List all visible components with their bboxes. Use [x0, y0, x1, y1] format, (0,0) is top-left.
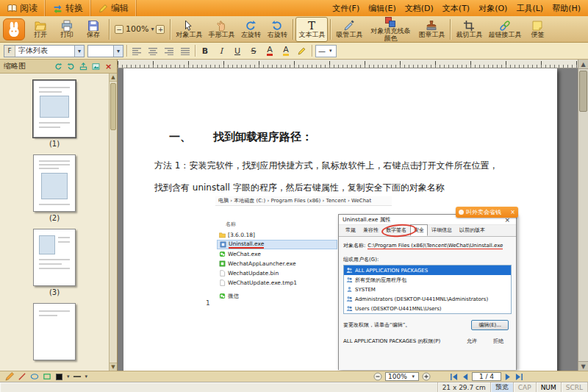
first-page-icon[interactable] — [450, 373, 458, 381]
tab-edit[interactable]: 编辑 — [91, 0, 137, 16]
thumbnail-page-1[interactable] — [33, 80, 76, 138]
stroke-color-caret-icon[interactable]: ▾ — [65, 374, 71, 379]
line-width-icon — [73, 372, 82, 381]
menu-object[interactable]: 对象(O) — [474, 3, 512, 14]
menu-file[interactable]: 文件(F) — [328, 3, 364, 14]
eyedropper-tool-button[interactable]: 吸管工具 — [333, 17, 365, 42]
page-number-box[interactable]: 1 / 4 — [472, 372, 501, 381]
save-button[interactable]: 保存 — [80, 17, 107, 42]
print-button[interactable]: 打印 — [54, 17, 80, 42]
thumb-export-icon[interactable] — [79, 62, 88, 71]
menu-text[interactable]: 文本(T) — [438, 3, 474, 14]
menu-help[interactable]: 帮助(H) — [548, 3, 585, 14]
open-button[interactable]: 打开 — [27, 17, 54, 42]
draw-line-button[interactable] — [15, 372, 28, 382]
thumb-rotate-right-icon[interactable] — [66, 62, 76, 71]
draw-pencil-button[interactable] — [3, 372, 15, 382]
doc-heading-number: 一、 — [169, 130, 191, 143]
file-row-folder: [3.6.0.18] — [217, 230, 337, 240]
text-tool-button[interactable]: T 文本工具 — [295, 17, 328, 42]
last-page-icon[interactable] — [515, 373, 523, 381]
stroke-color-button[interactable] — [53, 372, 65, 382]
align-center-button[interactable] — [146, 45, 159, 57]
bottom-zoom-select[interactable]: 100%▾ — [385, 372, 419, 381]
underline-button[interactable]: U — [231, 45, 244, 57]
hand-tool-button[interactable]: 手形工具 — [205, 17, 237, 42]
thumbnail-scrollbar[interactable]: ▲ ▼ — [109, 74, 117, 371]
horizontal-ruler — [118, 60, 578, 68]
thumbnail-label-1: (1) — [49, 140, 60, 148]
stamp-tool-button[interactable]: 图章工具 — [415, 17, 448, 42]
align-justify-button[interactable] — [179, 45, 192, 57]
thumb-rotate-left-icon[interactable] — [54, 62, 63, 71]
preview-mode-indicator[interactable]: 预览 — [491, 382, 514, 392]
align-right-button[interactable] — [162, 45, 176, 57]
hyperlink-tool-button[interactable]: 超链接工具 — [485, 17, 524, 42]
italic-button[interactable]: I — [215, 45, 228, 57]
panel-close-icon[interactable]: × — [104, 62, 113, 71]
note-tool-button[interactable]: 便签 — [524, 17, 551, 42]
scroll-down-icon[interactable]: ▼ — [578, 361, 588, 371]
thumb-scroll-thumb[interactable] — [110, 83, 116, 130]
file-icon — [219, 270, 226, 277]
line-style-select[interactable]: — ▾ — [315, 45, 337, 57]
thumbnail-page-4[interactable] — [33, 303, 76, 360]
line-width-caret-icon[interactable]: ▾ — [84, 374, 90, 379]
rotate-right-button[interactable]: 右旋转 — [264, 17, 290, 42]
file-row-weixin: 微信 — [217, 291, 337, 301]
fill-stroke-color-button[interactable]: 对象填充线条颜色 — [365, 17, 415, 42]
font-size-caret-icon[interactable]: ▾ — [113, 46, 123, 57]
rotate-left-button[interactable]: 左旋转 — [237, 17, 264, 42]
highlight-color-button[interactable]: A — [283, 46, 289, 56]
object-tool-button[interactable]: 对象工具 — [173, 17, 205, 42]
thumb-scroll-down-icon[interactable]: ▼ — [110, 363, 117, 371]
align-left-icon — [132, 47, 142, 55]
thumbnail-page-2[interactable] — [33, 154, 76, 212]
thumb-image-icon[interactable] — [91, 62, 101, 71]
folder-icon — [219, 232, 226, 238]
save-floppy-icon — [87, 19, 99, 32]
strikethrough-button[interactable]: S — [247, 45, 260, 57]
line-width-button[interactable] — [71, 372, 84, 382]
scroll-up-icon[interactable]: ▲ — [578, 60, 588, 69]
properties-dialog-title: Uninstall.exe 属性 — [343, 216, 391, 224]
font-family-caret-icon[interactable]: ▾ — [74, 46, 84, 57]
zoom-out-button[interactable]: − — [115, 25, 123, 34]
draw-pencil-icon — [5, 372, 14, 381]
object-name-path: C:\Program Files (x86)\Tencent\WeChat\Un… — [368, 243, 503, 249]
dialog-tab-details: 详细信息 — [428, 224, 456, 236]
font-color-button[interactable]: A — [267, 46, 273, 56]
zoom-out-icon[interactable] — [373, 372, 382, 381]
zoom-in-button[interactable]: + — [156, 25, 165, 34]
menu-tools[interactable]: 工具(L) — [512, 3, 548, 14]
scroll-thumb[interactable] — [579, 71, 587, 112]
format-pen-button[interactable] — [295, 45, 309, 57]
format-pen-icon — [298, 47, 307, 55]
app-logo — [3, 18, 25, 40]
document-page[interactable]: 一、找到卸载程序路径： 方法 1：安装完软件，找到应用快捷方式，鼠标放软件上，右… — [123, 68, 557, 371]
menu-document[interactable]: 文档(D) — [401, 3, 438, 14]
document-vertical-scrollbar[interactable]: ▲ ▼ — [578, 60, 588, 371]
zoom-in-icon[interactable] — [422, 372, 431, 381]
thumbnail-page-3[interactable] — [33, 229, 76, 286]
zoom-caret-icon[interactable]: ▾ — [151, 26, 154, 32]
draw-ellipse-button[interactable] — [28, 372, 40, 382]
wechat-app-icon — [219, 251, 226, 257]
menu-edit[interactable]: 编辑(E) — [364, 3, 401, 14]
eyedropper-icon — [343, 19, 355, 32]
align-left-button[interactable] — [130, 45, 143, 57]
crop-tool-button[interactable]: 裁切工具 — [453, 17, 485, 42]
next-page-icon[interactable] — [504, 373, 512, 381]
font-size-select[interactable]: ▾ — [87, 45, 123, 57]
thumb-scroll-up-icon[interactable]: ▲ — [110, 74, 117, 82]
prev-page-icon[interactable] — [461, 373, 469, 381]
properties-dialog: Uninstall.exe 属性 × 常规 兼容性 数字签名 安全 详细信息 以… — [338, 214, 517, 370]
page-size-indicator: 21 x 29.7 cm — [438, 382, 491, 392]
embedded-screenshot: 电脑 › 本地磁盘 (C:) › Program Files (x86) › T… — [215, 196, 518, 370]
zoom-value[interactable]: 100% — [126, 24, 148, 34]
bold-button[interactable]: B — [198, 45, 212, 57]
font-family-select[interactable]: F 字体列表 ▾ — [4, 45, 85, 57]
tab-convert[interactable]: 转换 — [46, 0, 91, 16]
draw-rectangle-button[interactable] — [40, 372, 53, 382]
tab-read[interactable]: 阅读 — [0, 0, 46, 16]
